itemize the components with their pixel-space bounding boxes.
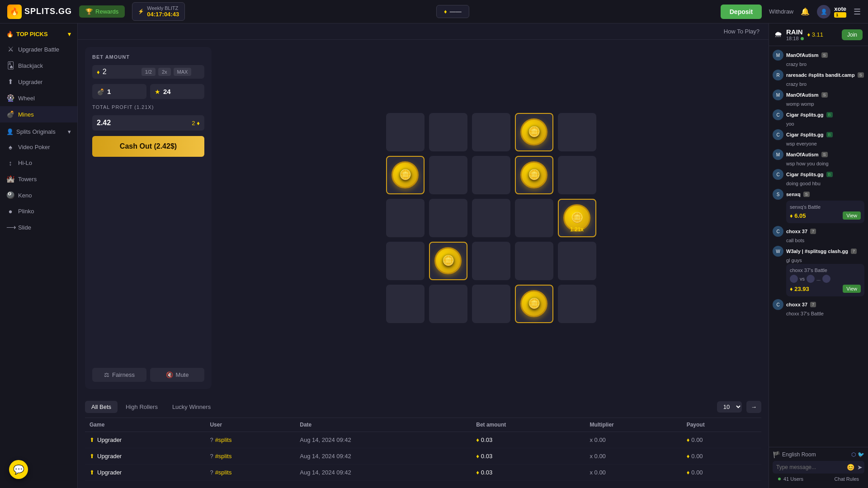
sidebar-item-wheel[interactable]: 🎡 Wheel [0,90,77,106]
mine-cell[interactable] [386,199,425,237]
chat-text: crazy bro [786,61,864,67]
bets-next-button[interactable]: → [746,401,761,413]
chat-avatar: R [773,70,783,80]
chat-avatar: C [773,129,783,140]
menu-button[interactable]: ☰ [854,7,861,17]
rain-count: 18:18 [786,36,799,41]
bet-panel: BET AMOUNT ♦ 1/2 2x MAX 💣 1 ★ 24 [85,47,212,389]
mine-cell[interactable]: 🪙 [515,285,553,323]
twitter-icon: 🐦 [858,451,864,458]
top-picks-header[interactable]: 🔥 TOP PICKS ▾ [0,27,77,41]
how-to-play-button[interactable]: How To Play? [724,28,760,35]
view-battle-button[interactable]: View [843,285,861,293]
emoji-button[interactable]: 😊 [847,464,854,471]
mine-cell[interactable] [558,242,596,280]
tab-lucky-winners[interactable]: Lucky Winners [166,401,217,413]
mine-cell[interactable] [386,113,425,151]
battle-label: choxx 37's Battle [790,267,861,273]
mines-icon: 💣 [6,110,14,118]
mine-cell[interactable] [386,242,425,280]
chat-rules-button[interactable]: Chat Rules [831,474,863,484]
mine-cell[interactable]: 🪙 [515,113,553,151]
hi-lo-icon: ↕ [6,159,14,167]
game-cell: ⬆ Upgrader [85,432,205,448]
fairness-button[interactable]: ⚖ Fairness [92,368,146,382]
col-game: Game [85,418,205,432]
rewards-button[interactable]: 🏆 Rewards [79,5,125,18]
blitz-label: Weekly BLITZ [147,5,179,11]
half-button[interactable]: 1/2 [142,68,156,76]
sidebar-item-mines[interactable]: 💣 Mines [0,106,77,122]
mine-cell[interactable] [558,113,596,151]
mine-small-icon: 💣 [97,88,104,95]
mine-cell[interactable] [429,113,467,151]
bets-tabs: All Bets High Rollers Lucky Winners 10 2… [85,396,761,418]
mine-cell[interactable] [472,285,510,323]
sidebar-item-hi-lo[interactable]: ↕ Hi-Lo [0,155,77,171]
game-cell: ⬆ Upgrader [85,465,205,481]
view-battle-button[interactable]: View [843,211,861,220]
how-to-play-bar: How To Play? [78,23,769,40]
sidebar-item-video-poker[interactable]: ♠ Video Poker [0,139,77,155]
mine-cell[interactable]: 🪙 [515,156,553,194]
bet-amount-input[interactable] [103,68,139,76]
sidebar-item-keno[interactable]: 🎱 Keno [0,187,77,203]
tab-all-bets[interactable]: All Bets [85,401,118,413]
chat-text: doing good hbu [786,181,864,186]
chat-username: ManOfAutism [786,52,819,58]
sidebar-item-plinko[interactable]: ● Plinko [0,203,77,219]
sidebar-item-towers[interactable]: 🏰 Towers [0,171,77,187]
blitz-timer: 04:17:04:43 [147,11,179,18]
mine-cell[interactable] [386,285,425,323]
mine-cell[interactable] [515,242,553,280]
mine-cell[interactable] [429,156,467,194]
mine-cell[interactable] [472,156,510,194]
game-area: BET AMOUNT ♦ 1/2 2x MAX 💣 1 ★ 24 [78,40,769,396]
mine-cell[interactable] [429,285,467,323]
total-profit-label: TOTAL PROFIT (1.21X) [92,104,204,110]
sidebar-item-blackjack[interactable]: 🂡 Blackjack [0,57,77,74]
splits-originals-header[interactable]: 👤 Splits Originals ▾ [0,124,77,139]
mine-cell[interactable] [429,199,467,237]
mult-cell: x 0.00 [585,448,682,465]
sidebar-item-upgrader-battle[interactable]: ⚔ Upgrader Battle [0,41,77,57]
join-button[interactable]: Join [842,29,863,40]
mine-cell[interactable] [558,156,596,194]
bets-count-select[interactable]: 10 25 50 [717,401,742,413]
mine-cell[interactable]: 🪙1.21x [558,199,596,237]
table-row: ⬆ Upgrader ? #splits Aug 14, 2024 09:42 … [85,465,761,481]
sidebar-item-upgrader[interactable]: ⬆ Upgrader [0,74,77,90]
table-row: ⬆ Upgrader ? #splits Aug 14, 2024 09:42 … [85,432,761,448]
send-button[interactable]: ➤ [857,464,863,471]
mine-cell[interactable] [472,199,510,237]
chat-msg-top: M ManOfAutism S [773,149,864,160]
level-badge: 7 [810,229,816,234]
chat-username: raresadc #splits bandit.camp [786,72,855,78]
battle-avatar-2 [807,275,815,283]
chat-msg-top: M ManOfAutism S [773,50,864,61]
notification-button[interactable]: 🔔 [801,7,810,16]
chat-footer: 🏴 English Room ⬡ 🐦 😊 ➤ 41 Users Chat Rul… [769,447,868,488]
chat-msg-top: W W3aly | #splitsgg clash.gg 7 [773,246,864,257]
mine-cell[interactable]: 🪙 [429,242,467,280]
coin-image: 🪙 [520,161,547,188]
mine-cell[interactable] [558,285,596,323]
footer-row: 41 Users Chat Rules [773,474,864,484]
level-badge: S [803,192,810,197]
deposit-button[interactable]: Deposit [721,5,762,19]
tab-high-rollers[interactable]: High Rollers [119,401,164,413]
support-button[interactable]: 💬 [9,460,28,479]
mute-button[interactable]: 🔇 Mute [150,368,204,382]
max-button[interactable]: MAX [174,68,192,76]
mine-cell[interactable]: 🪙 [386,156,425,194]
cashout-button[interactable]: Cash Out (2.42$) [92,136,204,157]
chat-input[interactable] [776,464,844,470]
chevron-down-icon-2: ▾ [68,128,71,135]
mine-cell[interactable] [472,242,510,280]
double-button[interactable]: 2x [158,68,171,76]
mine-cell[interactable] [472,113,510,151]
mine-cell[interactable] [515,199,553,237]
col-user: User [205,418,295,432]
sidebar-item-slide[interactable]: ⟶ Slide [0,219,77,235]
withdraw-button[interactable]: Withdraw [769,8,793,15]
